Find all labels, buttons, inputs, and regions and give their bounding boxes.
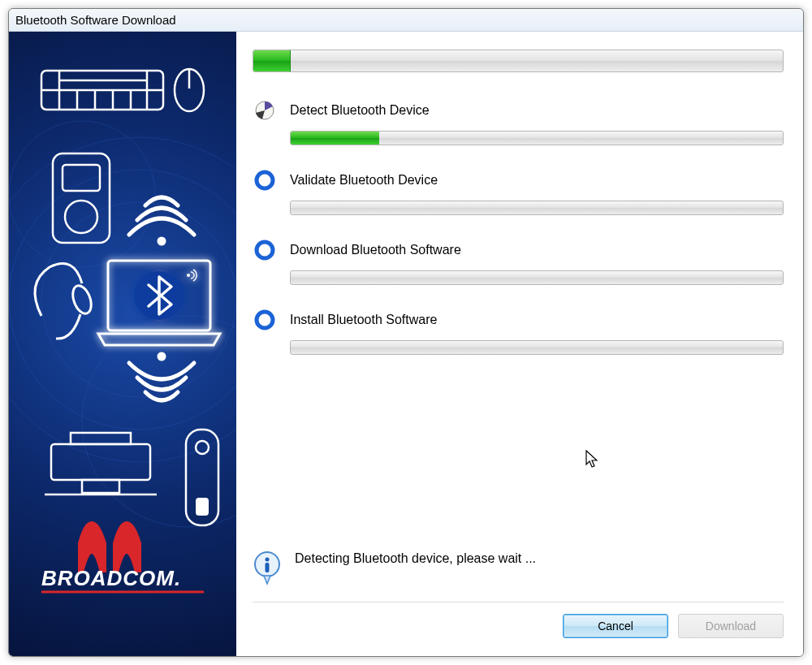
titlebar[interactable]: Bluetooth Software Download: [9, 9, 803, 32]
status-message: Detecting Bluetooth device, please wait …: [295, 551, 536, 566]
signal-top-icon: [129, 197, 194, 244]
svg-rect-16: [53, 153, 110, 243]
svg-point-23: [187, 274, 190, 277]
svg-rect-31: [196, 498, 209, 516]
mouse-icon: [175, 69, 204, 111]
svg-rect-40: [266, 563, 270, 572]
step-download: Download Bluetooth Software: [253, 238, 784, 301]
download-button: Download: [678, 614, 784, 638]
step-progress-bar: [290, 131, 784, 145]
cursor-icon: [585, 450, 600, 469]
svg-point-3: [9, 121, 155, 267]
step-progress-fill: [291, 132, 379, 145]
svg-point-36: [257, 242, 273, 258]
info-icon: [253, 551, 282, 585]
svg-point-1: [9, 170, 236, 430]
headset-icon: [35, 264, 95, 339]
sidebar-graphic: BROADCOM.: [9, 32, 236, 656]
step-label: Detect Bluetooth Device: [290, 103, 430, 118]
pending-icon: [253, 308, 277, 332]
steps-list: Detect Bluetooth Device Validate Bluetoo…: [253, 98, 784, 378]
svg-rect-26: [71, 433, 131, 444]
svg-point-20: [69, 283, 94, 317]
overall-progress-fill: [253, 50, 291, 71]
content-area: BROADCOM.: [9, 32, 803, 656]
status-area: Detecting Bluetooth device, please wait …: [253, 551, 784, 602]
svg-text:BROADCOM.: BROADCOM.: [41, 566, 181, 590]
svg-point-24: [159, 354, 164, 359]
step-progress-bar: [290, 201, 784, 215]
pending-icon: [253, 168, 277, 192]
overall-progress-bar: [253, 50, 784, 72]
step-progress-bar: [290, 270, 784, 285]
player-icon: [53, 153, 110, 243]
window-title: Bluetooth Software Download: [15, 13, 176, 27]
step-detect: Detect Bluetooth Device: [253, 98, 784, 162]
spinner-icon: [253, 98, 277, 123]
broadcom-logo: BROADCOM.: [41, 521, 204, 592]
step-label: Validate Bluetooth Device: [290, 173, 438, 188]
svg-point-19: [159, 239, 164, 244]
svg-point-18: [65, 201, 97, 233]
cancel-button[interactable]: Cancel: [563, 614, 668, 638]
printer-icon: [45, 433, 157, 494]
step-validate: Validate Bluetooth Device: [253, 168, 784, 231]
keyboard-icon: [41, 71, 163, 110]
svg-point-37: [257, 312, 273, 328]
main-panel: Detect Bluetooth Device Validate Bluetoo…: [236, 32, 803, 656]
step-label: Download Bluetooth Software: [290, 243, 461, 257]
svg-point-39: [266, 558, 270, 562]
button-row: Cancel Download: [253, 602, 784, 646]
step-label: Install Bluetooth Software: [290, 313, 437, 327]
signal-bottom-icon: [129, 354, 194, 400]
step-progress-bar: [290, 340, 784, 355]
laptop-bluetooth-icon: [98, 261, 220, 345]
dialog-window: Bluetooth Software Download: [8, 8, 804, 657]
svg-rect-27: [82, 480, 119, 493]
pending-icon: [253, 238, 277, 262]
step-install: Install Bluetooth Software: [253, 308, 784, 371]
svg-point-35: [257, 172, 273, 188]
